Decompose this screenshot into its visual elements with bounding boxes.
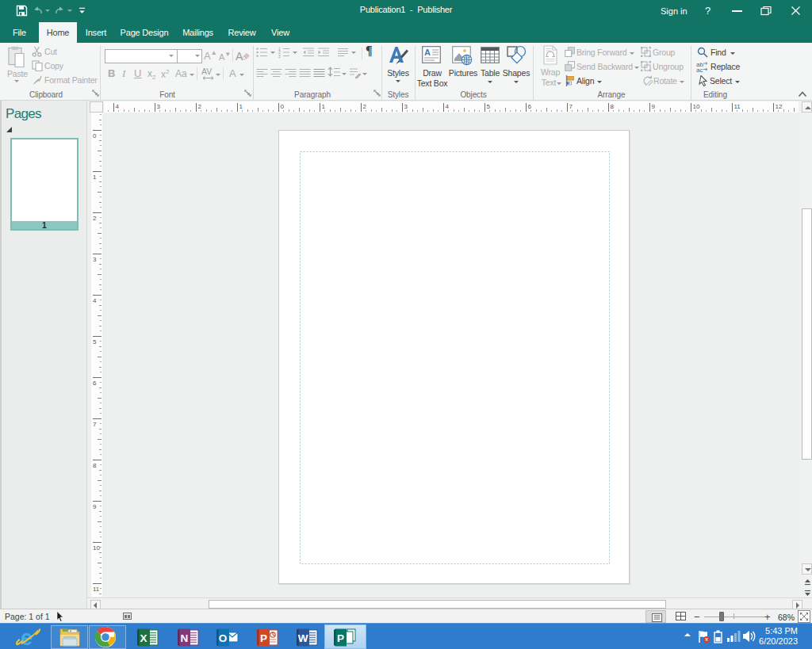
svg-text:W: W <box>298 632 308 644</box>
svg-text:10: 10 <box>693 103 700 110</box>
svg-text:A: A <box>236 50 243 62</box>
svg-text:3: 3 <box>157 103 161 110</box>
svg-text:ac: ac <box>696 67 703 72</box>
svg-text:11: 11 <box>734 103 741 110</box>
svg-text:4: 4 <box>93 297 97 304</box>
svg-text:3: 3 <box>404 103 408 110</box>
svg-text:4: 4 <box>446 103 450 110</box>
svg-text:5: 5 <box>487 103 491 110</box>
svg-text:1: 1 <box>239 103 243 110</box>
svg-text:8: 8 <box>93 462 97 469</box>
svg-text:7: 7 <box>569 103 573 110</box>
svg-text:6: 6 <box>93 380 97 387</box>
svg-text:1: 1 <box>93 174 97 181</box>
svg-text:0: 0 <box>93 132 97 139</box>
svg-text:N: N <box>181 632 189 644</box>
svg-text:6: 6 <box>528 103 532 110</box>
svg-text:2: 2 <box>363 103 367 110</box>
svg-text:12: 12 <box>776 103 783 110</box>
svg-text:P: P <box>337 632 344 644</box>
svg-text:0: 0 <box>281 103 285 110</box>
svg-text:4: 4 <box>116 103 120 110</box>
svg-text:9: 9 <box>93 503 97 510</box>
svg-text:5: 5 <box>93 338 97 345</box>
svg-text:2: 2 <box>93 215 97 222</box>
svg-text:1: 1 <box>322 103 326 110</box>
svg-text:O: O <box>219 632 228 644</box>
svg-text:A: A <box>424 48 431 57</box>
svg-text:AV: AV <box>201 67 212 76</box>
svg-text:10: 10 <box>93 544 100 552</box>
svg-text:3: 3 <box>93 256 97 263</box>
svg-text:9: 9 <box>652 103 656 110</box>
svg-text:3: 3 <box>278 54 281 59</box>
svg-text:2: 2 <box>198 103 202 110</box>
svg-text:7: 7 <box>93 421 97 428</box>
svg-text:X: X <box>140 632 147 644</box>
svg-text:11: 11 <box>93 586 100 593</box>
svg-text:8: 8 <box>611 103 615 110</box>
svg-text:P: P <box>260 632 267 644</box>
